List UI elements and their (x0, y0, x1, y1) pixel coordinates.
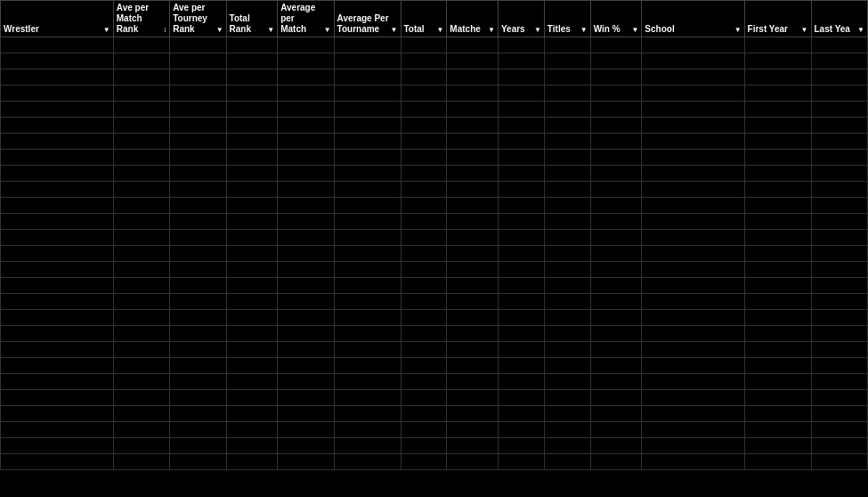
table-row[interactable] (1, 53, 868, 69)
table-cell (447, 278, 499, 294)
table-cell (744, 134, 811, 150)
col-header-titles-sort[interactable]: ▼ (580, 26, 588, 35)
table-row[interactable] (1, 326, 868, 342)
table-cell (642, 53, 744, 69)
table-row[interactable] (1, 198, 868, 214)
table-cell (1, 326, 114, 342)
col-header-total-rank-sort[interactable]: ▼ (267, 26, 274, 35)
table-row[interactable] (1, 358, 868, 374)
table-cell (1, 53, 114, 69)
table-cell (401, 342, 447, 358)
table-row[interactable] (1, 134, 868, 150)
table-cell (642, 134, 744, 150)
table-row[interactable] (1, 342, 868, 358)
table-row[interactable] (1, 86, 868, 102)
table-cell (744, 37, 811, 53)
table-row[interactable] (1, 390, 868, 406)
col-header-last-year-sort[interactable]: ▼ (857, 26, 864, 35)
table-cell (170, 37, 226, 53)
table-row[interactable] (1, 102, 868, 118)
table-cell (226, 374, 278, 390)
table-row[interactable] (1, 246, 868, 262)
col-header-matches-sort[interactable]: ▼ (488, 26, 495, 35)
table-cell (226, 198, 278, 214)
col-header-matches[interactable]: Matche ▼ (447, 1, 499, 37)
col-header-total[interactable]: Total ▼ (401, 1, 447, 37)
table-cell (278, 310, 334, 326)
table-row[interactable] (1, 118, 868, 134)
col-header-ave-match-rank[interactable]: Ave per Match Rank ↕ (113, 1, 169, 37)
col-header-years-sort[interactable]: ▼ (534, 26, 541, 35)
table-row[interactable] (1, 37, 868, 53)
table-cell (334, 166, 401, 182)
col-header-school-sort[interactable]: ▼ (734, 26, 742, 35)
col-header-total-rank[interactable]: Total Rank ▼ (226, 1, 278, 37)
table-cell (498, 438, 544, 454)
col-header-wrestler-sort[interactable]: ▼ (103, 26, 110, 35)
table-cell (226, 262, 278, 278)
col-header-total-sort[interactable]: ▼ (436, 26, 443, 35)
table-cell (642, 374, 744, 390)
col-header-first-year-sort[interactable]: ▼ (801, 26, 808, 35)
table-row[interactable] (1, 454, 868, 470)
col-header-wrestler[interactable]: Wrestler ▼ (1, 1, 114, 37)
table-cell (1, 86, 114, 102)
table-row[interactable] (1, 310, 868, 326)
table-cell (170, 358, 226, 374)
table-row[interactable] (1, 214, 868, 230)
table-cell (544, 326, 590, 342)
table-cell (498, 374, 544, 390)
table-cell (590, 118, 642, 134)
table-cell (811, 230, 867, 246)
col-header-win-pct-sort[interactable]: ▼ (631, 26, 638, 35)
table-row[interactable] (1, 166, 868, 182)
col-header-ave-match-sort[interactable]: ▼ (324, 26, 331, 35)
table-cell (401, 118, 447, 134)
table-cell (544, 422, 590, 438)
col-header-ave-tourney-rank-sort[interactable]: ▼ (216, 26, 223, 35)
table-cell (811, 310, 867, 326)
table-row[interactable] (1, 438, 868, 454)
col-header-ave-tourney-rank[interactable]: Ave per Tourney Rank ▼ (170, 1, 226, 37)
table-cell (590, 214, 642, 230)
table-row[interactable] (1, 69, 868, 86)
table-cell (334, 182, 401, 198)
table-row[interactable] (1, 422, 868, 438)
table-cell (544, 69, 590, 86)
table-cell (113, 86, 169, 102)
table-cell (113, 214, 169, 230)
table-cell (226, 102, 278, 118)
col-header-ave-per-tourney[interactable]: Average Per Tourname ▼ (334, 1, 401, 37)
col-header-titles[interactable]: Titles ▼ (544, 1, 590, 37)
col-header-first-year[interactable]: First Year ▼ (744, 1, 811, 37)
table-row[interactable] (1, 374, 868, 390)
table-cell (498, 246, 544, 262)
table-row[interactable] (1, 150, 868, 166)
table-cell (170, 438, 226, 454)
col-header-last-year[interactable]: Last Yea ▼ (811, 1, 867, 37)
col-header-ave-match-rank-sort[interactable]: ↕ (163, 26, 166, 35)
table-cell (1, 182, 114, 198)
col-header-years[interactable]: Years ▼ (498, 1, 544, 37)
table-cell (401, 246, 447, 262)
col-header-ave-per-tourney-sort[interactable]: ▼ (391, 26, 398, 35)
table-cell (113, 230, 169, 246)
table-row[interactable] (1, 278, 868, 294)
table-cell (401, 278, 447, 294)
table-cell (1, 390, 114, 406)
table-cell (1, 278, 114, 294)
table-row[interactable] (1, 406, 868, 422)
table-row[interactable] (1, 294, 868, 310)
col-header-ave-match[interactable]: Average per Match ▼ (278, 1, 334, 37)
table-cell (447, 390, 499, 406)
table-cell (334, 150, 401, 166)
table-row[interactable] (1, 182, 868, 198)
col-header-win-pct[interactable]: Win % ▼ (590, 1, 642, 37)
table-cell (498, 86, 544, 102)
col-header-school[interactable]: School ▼ (642, 1, 744, 37)
table-row[interactable] (1, 262, 868, 278)
table-cell (113, 150, 169, 166)
table-cell (278, 37, 334, 53)
table-cell (401, 454, 447, 470)
table-row[interactable] (1, 230, 868, 246)
